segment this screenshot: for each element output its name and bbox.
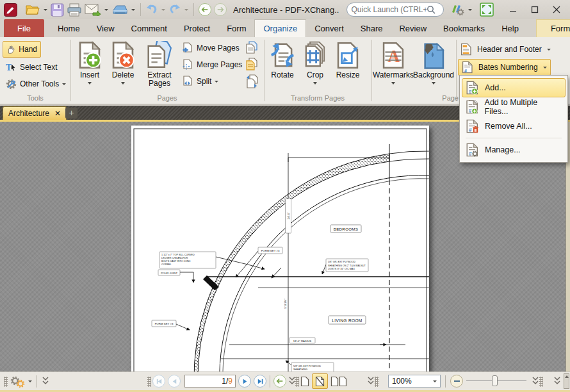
document-tab-architecture[interactable]: Architecture ✕ <box>3 106 67 120</box>
move-pages-button[interactable]: Move Pages <box>181 41 240 55</box>
end-grip[interactable] <box>539 377 543 387</box>
single-page-layout-icon[interactable] <box>300 376 309 387</box>
last-page-button[interactable] <box>254 375 266 388</box>
fit-width-layout-button[interactable] <box>312 373 328 389</box>
tab-convert[interactable]: Convert <box>306 19 352 37</box>
two-page-layout-icon[interactable] <box>330 376 347 387</box>
status-options-button[interactable] <box>10 375 26 388</box>
pdf-page[interactable]: BEDROOMS LIVING ROOM FORM SET #3 FORM SE… <box>131 126 429 372</box>
redo-dropdown-caret[interactable] <box>184 9 188 11</box>
scanner-dropdown-caret[interactable] <box>131 9 135 11</box>
email-button[interactable] <box>83 1 102 18</box>
select-text-button[interactable]: T Select Text <box>3 59 60 76</box>
close-button[interactable] <box>546 1 567 18</box>
undo-button[interactable] <box>144 1 159 18</box>
tab-home[interactable]: Home <box>49 19 88 37</box>
redo-button[interactable] <box>167 1 183 18</box>
tab-format[interactable]: Format <box>536 19 570 37</box>
tab-help[interactable]: Help <box>493 19 527 37</box>
split-button[interactable]: Split <box>181 74 218 88</box>
menu-item-add-multiple[interactable]: Add to Multiple Files... <box>462 97 566 117</box>
minimize-button[interactable] <box>502 1 524 18</box>
previous-page-button[interactable] <box>168 375 181 388</box>
extract-pages-icon <box>146 41 173 69</box>
zoom-expand-icon[interactable] <box>532 376 539 386</box>
background-button[interactable]: Background <box>414 40 453 85</box>
first-page-button[interactable] <box>152 375 165 388</box>
merge-pages-button[interactable]: Merge Pages <box>181 58 242 72</box>
tab-close-icon[interactable]: ✕ <box>54 109 61 118</box>
vertical-dim-label: 24'-6" <box>287 212 290 220</box>
toolbar-grip[interactable] <box>4 377 8 387</box>
hand-tool-button[interactable]: Hand <box>3 41 41 58</box>
insert-button[interactable]: Insert <box>72 40 107 85</box>
watermarks-button[interactable]: A Watermarks <box>374 40 412 85</box>
resize-button[interactable]: Resize <box>332 40 364 79</box>
scrollbar-end-button[interactable] <box>564 373 569 389</box>
more-tools-expand-icon[interactable] <box>553 376 561 386</box>
extract-pages-button[interactable]: Extract Pages <box>142 40 177 88</box>
page-number-box[interactable]: / 9 <box>184 375 236 388</box>
bates-numbering-button[interactable]: Bates Numbering <box>458 59 551 76</box>
new-tab-button[interactable]: + <box>65 108 77 118</box>
fullscreen-button[interactable] <box>478 1 495 18</box>
previous-view-button[interactable] <box>273 375 286 388</box>
note-left-line2: LEDGER C/W ANCHOR <box>161 257 188 259</box>
bates-numbering-icon <box>462 61 473 74</box>
status-options-caret[interactable] <box>28 380 32 382</box>
tab-comment[interactable]: Comment <box>123 19 175 37</box>
maximize-button[interactable] <box>524 1 546 18</box>
history-forward-button[interactable] <box>214 3 227 16</box>
titlebar-separator <box>140 3 141 16</box>
tab-bookmarks[interactable]: Bookmarks <box>435 19 493 37</box>
pour-joint-label: POUR JOINT <box>161 272 177 275</box>
delete-button[interactable]: Delete <box>106 40 140 85</box>
menu-item-add[interactable]: Add... <box>462 78 566 97</box>
page-number-input[interactable] <box>194 377 226 386</box>
duplicate-pages-button[interactable] <box>245 41 258 55</box>
hand-icon <box>6 44 15 55</box>
header-and-footer-button[interactable]: Header and Footer <box>460 42 551 56</box>
other-tools-button[interactable]: Other Tools <box>3 76 69 92</box>
launch-applications-button[interactable] <box>449 1 466 18</box>
tab-review[interactable]: Review <box>391 19 435 37</box>
menu-item-add-multiple-label: Add to Multiple Files... <box>485 98 562 116</box>
zoom-slider-handle[interactable] <box>492 375 498 386</box>
history-back-button[interactable] <box>199 3 211 16</box>
tab-share[interactable]: Share <box>352 19 391 37</box>
nav-grip[interactable] <box>147 377 151 387</box>
tab-file[interactable]: File <box>4 19 44 37</box>
expand-down-icon[interactable] <box>42 376 49 386</box>
tab-view[interactable]: View <box>88 19 123 37</box>
crop-button[interactable]: Crop <box>301 40 329 85</box>
save-button[interactable] <box>49 1 65 18</box>
pages-group-label: Pages <box>70 94 264 102</box>
open-dropdown-caret[interactable] <box>44 9 47 11</box>
menu-item-manage[interactable]: Manage... <box>462 140 566 159</box>
menu-item-remove-all[interactable]: Remove All... <box>462 117 566 136</box>
quick-launch-box[interactable] <box>346 3 444 17</box>
layout-expand-icon[interactable] <box>367 376 375 386</box>
tab-organize[interactable]: Organize <box>254 19 306 37</box>
ribbon-separator <box>70 40 71 101</box>
email-dropdown-caret[interactable] <box>104 9 108 11</box>
zoom-level-select[interactable]: 100% <box>388 375 441 388</box>
rotate-button[interactable]: Rotate <box>266 40 298 79</box>
zoom-grip[interactable] <box>375 377 379 387</box>
header-footer-label: Header and Footer <box>477 45 542 54</box>
layout-grip[interactable] <box>295 377 299 387</box>
watermarks-icon: A <box>380 41 406 69</box>
swap-pages-button[interactable] <box>245 74 258 88</box>
launch-dropdown-caret[interactable] <box>468 9 472 11</box>
undo-dropdown-caret[interactable] <box>161 9 165 11</box>
tab-form[interactable]: Form <box>218 19 254 37</box>
zoom-out-button[interactable] <box>450 375 463 388</box>
quick-launch-input[interactable] <box>351 5 427 14</box>
next-page-button[interactable] <box>238 375 251 388</box>
tab-protect[interactable]: Protect <box>175 19 218 37</box>
open-button[interactable] <box>24 1 42 18</box>
replace-pages-button[interactable] <box>245 58 258 72</box>
radius-label: 18'-0" RADIUS <box>293 339 312 343</box>
scanner-button[interactable] <box>110 1 129 18</box>
print-button[interactable] <box>65 1 83 18</box>
